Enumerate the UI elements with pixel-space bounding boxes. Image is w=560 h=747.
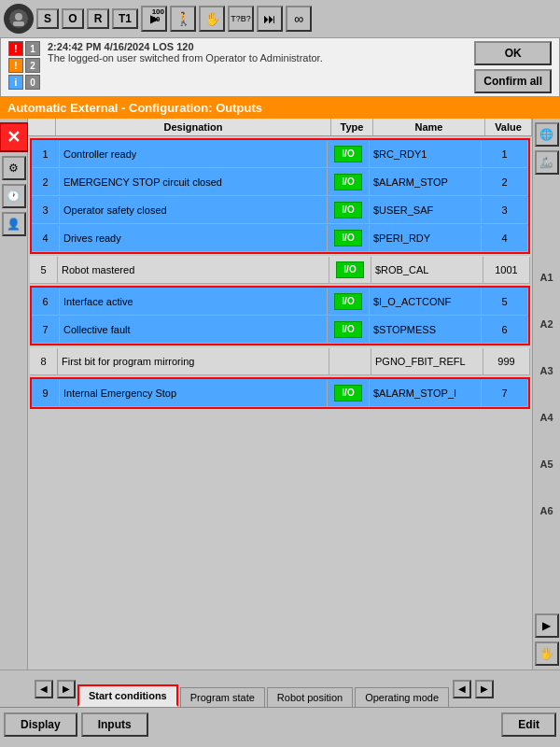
row-group-3: 9 Internal Emergency Stop I/O $ALARM_STO… [30,377,530,409]
row-designation-3: Operator safety closed [60,197,328,223]
mode-s-btn[interactable]: S [36,8,59,29]
sidebar-play-btn[interactable]: ▶ [535,613,559,638]
row-value-8: 999 [483,348,530,374]
row-value-1: 1 [482,141,528,167]
row-designation-1: Controller ready [60,141,328,167]
notif-icons-row2: ! 2 [8,58,40,73]
inf-icon[interactable]: ∞ [286,6,312,32]
row-num-7: 7 [32,317,60,343]
row-type-7: I/O [328,317,370,343]
sidebar-wave-btn[interactable]: 🖐 [535,641,559,666]
sidebar-label-a5: A5 [539,458,553,470]
notif-content: 2:24:42 PM 4/16/2024 LOS 120 The logged-… [48,41,467,63]
row-designation-7: Collective fault [60,317,328,343]
tabs-prev-btn[interactable]: ◀ [35,680,53,698]
col-designation: Designation [56,119,331,135]
confirm-all-button[interactable]: Confirm all [474,69,552,93]
table-row[interactable]: 4 Drives ready I/O $PERI_RDY 4 [32,224,528,252]
table-row[interactable]: 8 First bit for program mirroring PGNO_F… [30,347,530,375]
row-num-6: 6 [32,289,60,315]
row-name-2: $ALARM_STOP [370,169,482,195]
row-num-8: 8 [30,348,58,374]
io-badge-2: I/O [334,174,362,190]
tab-program-state[interactable]: Program state [180,687,265,707]
tabs-next-right-btn[interactable]: ▶ [475,680,494,698]
io-badge-9: I/O [334,385,362,402]
row-name-8: PGNO_FBIT_REFL [371,348,483,374]
row-type-9: I/O [328,380,370,406]
row-name-6: $I_O_ACTCONF [370,289,482,315]
tab-start-conditions[interactable]: Start conditions [77,684,178,707]
right-sidebar: 🌐 🦾 A1 A2 A3 A4 A5 A6 ▶ 🖐 [532,119,560,669]
tab-operating-mode[interactable]: Operating mode [355,687,449,707]
row-designation-2: EMERGENCY STOP circuit closed [60,169,328,195]
row-num-9: 9 [32,380,60,406]
close-x-button[interactable]: ✕ [0,122,29,152]
bottom-tabs: ◀ ▶ Start conditions Program state Robot… [0,669,560,707]
table-row[interactable]: 3 Operator safety closed I/O $USER_SAF 3 [32,196,528,224]
col-value: Value [485,119,532,135]
error-icon-2: ! [8,58,23,73]
table-row[interactable]: 7 Collective fault I/O $STOPMESS 6 [32,316,528,344]
sidebar-label-a6: A6 [539,505,553,516]
mode-t1-btn[interactable]: T1 [112,8,138,29]
row-name-3: $USER_SAF [370,197,482,223]
settings-icon[interactable]: ⚙ [2,156,26,180]
row-designation-5: Robot mastered [58,257,329,283]
io-badge-5: I/O [336,261,364,278]
table-row[interactable]: 2 EMERGENCY STOP circuit closed I/O $ALA… [32,168,528,196]
walk-icon[interactable]: 🚶 [170,6,196,32]
notification-bar: ! 1 ! 2 i 0 2:24:42 PM 4/16/2024 LOS 120… [0,37,560,97]
title-bar: Automatic External - Configuration: Outp… [0,97,560,119]
col-name: Name [373,119,485,135]
hand-icon[interactable]: ✋ [199,6,225,32]
row-group-1: 1 Controller ready I/O $RC_RDY1 1 2 EMER… [30,138,530,254]
row-type-8 [329,348,371,374]
row-name-5: $ROB_CAL [371,257,483,283]
sidebar-label-a4: A4 [539,412,553,423]
io-badge-4: I/O [334,230,362,247]
svg-rect-2 [13,21,24,26]
tb-icon[interactable]: T?B? [228,6,254,32]
clock-icon[interactable]: 🕐 [2,184,26,208]
row-num-1: 1 [32,141,60,167]
inputs-button[interactable]: Inputs [81,712,148,737]
table-row[interactable]: 5 Robot mastered I/O $ROB_CAL 1001 [30,256,530,284]
io-badge-7: I/O [334,321,362,338]
play-icon[interactable]: ▶ 100 10 [141,6,167,32]
display-button[interactable]: Display [4,712,77,737]
row-name-7: $STOPMESS [370,317,482,343]
table-row[interactable]: 1 Controller ready I/O $RC_RDY1 1 [32,140,528,168]
io-badge-3: I/O [334,202,362,218]
row-type-3: I/O [328,197,370,223]
main-content: ✕ ⚙ 🕐 👤 Designation Type Name Value 1 Co… [0,119,560,669]
row-value-7: 6 [482,317,528,343]
notif-icons-row1: ! 1 [8,41,40,56]
tabs-next-btn-left[interactable]: ▶ [57,680,76,698]
num-icon-1: 1 [25,41,40,56]
sidebar-label-a2: A2 [539,318,553,330]
row-value-9: 7 [482,380,528,406]
row-designation-4: Drives ready [60,225,328,251]
sidebar-arm-btn[interactable]: 🦾 [535,150,559,175]
skip-icon[interactable]: ⏭ [257,6,283,32]
user-icon[interactable]: 👤 [2,212,26,236]
row-num-4: 4 [32,225,60,251]
sidebar-globe-btn[interactable]: 🌐 [535,122,559,147]
info-icon: i [8,75,23,90]
left-sidebar: ✕ ⚙ 🕐 👤 [0,119,28,669]
notif-left: ! 1 ! 2 i 0 [8,41,40,90]
table-row[interactable]: 9 Internal Emergency Stop I/O $ALARM_STO… [32,379,528,407]
col-type: Type [331,119,373,135]
num-icon-3: 0 [25,75,40,90]
tabs-prev-right-btn[interactable]: ◀ [453,680,471,698]
row-value-6: 5 [482,289,528,315]
mode-r-btn[interactable]: R [87,8,109,29]
row-value-3: 3 [482,197,528,223]
table-row[interactable]: 6 Interface active I/O $I_O_ACTCONF 5 [32,288,528,316]
mode-o-btn[interactable]: O [62,8,84,29]
edit-button[interactable]: Edit [501,712,556,737]
ok-button[interactable]: OK [474,41,552,65]
row-num-3: 3 [32,197,60,223]
tab-robot-position[interactable]: Robot position [267,687,353,707]
